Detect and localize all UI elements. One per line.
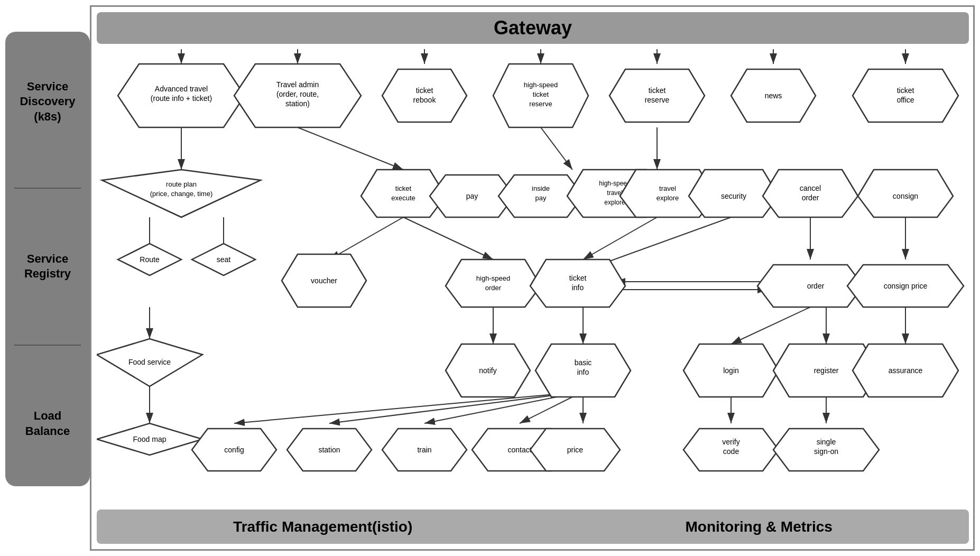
svg-text:sign-on: sign-on xyxy=(814,447,838,456)
svg-text:ticket: ticket xyxy=(649,86,666,95)
svg-marker-91 xyxy=(446,260,541,307)
voucher-node: voucher xyxy=(282,254,366,307)
svg-line-9 xyxy=(298,127,403,170)
svg-text:high-speed: high-speed xyxy=(524,81,558,89)
svg-text:ticket: ticket xyxy=(897,86,914,95)
svg-text:reserve: reserve xyxy=(645,96,670,104)
assurance-node: assurance xyxy=(853,344,958,397)
svg-text:reserve: reserve xyxy=(529,100,552,108)
cancel-order-node: cancel order xyxy=(763,170,858,217)
svg-text:travel: travel xyxy=(659,184,676,192)
left-sidebar: ServiceDiscovery(k8s) ServiceRegistry Lo… xyxy=(5,32,90,486)
svg-text:cancel: cancel xyxy=(800,184,821,192)
svg-text:code: code xyxy=(723,447,739,456)
svg-text:(order, route,: (order, route, xyxy=(276,90,319,98)
svg-line-26 xyxy=(731,307,810,344)
svg-text:order: order xyxy=(485,284,502,292)
food-map-node: Food map xyxy=(97,423,202,455)
svg-text:train: train xyxy=(417,446,431,454)
consign-price-node: consign price xyxy=(847,265,964,307)
svg-text:contact: contact xyxy=(507,446,531,454)
svg-line-12 xyxy=(329,217,403,260)
svg-line-16 xyxy=(541,127,572,170)
seat-node: seat xyxy=(192,244,255,275)
travel-admin-node: Travel admin (order, route, station) xyxy=(234,64,361,127)
svg-text:Route: Route xyxy=(140,255,160,264)
svg-text:station: station xyxy=(318,446,340,454)
config-node: config xyxy=(192,429,276,471)
svg-text:route plan: route plan xyxy=(166,180,197,188)
svg-text:(price, change, time): (price, change, time) xyxy=(150,190,213,198)
sidebar-divider-1 xyxy=(14,188,81,189)
load-balance-label: LoadBalance xyxy=(25,409,70,439)
login-node: login xyxy=(683,344,779,397)
svg-text:Travel admin: Travel admin xyxy=(276,80,319,89)
notify-node: notify xyxy=(446,344,530,397)
svg-text:seat: seat xyxy=(217,255,231,264)
route-plan-node: route plan (price, change, time) xyxy=(102,170,261,217)
svg-text:consign price: consign price xyxy=(884,282,928,290)
ticket-info-node: ticket info xyxy=(530,260,625,307)
svg-text:inside: inside xyxy=(532,184,550,192)
gateway-bar: Gateway xyxy=(97,12,969,44)
single-sign-on-node: single sign-on xyxy=(773,429,879,471)
advanced-travel-node: Advanced travel (route info + ticket) xyxy=(118,64,245,127)
svg-text:pay: pay xyxy=(535,194,547,202)
svg-text:voucher: voucher xyxy=(311,276,337,285)
sidebar-divider-2 xyxy=(14,345,81,346)
svg-text:basic: basic xyxy=(575,358,592,367)
svg-line-13 xyxy=(403,217,493,260)
svg-text:ticket: ticket xyxy=(395,184,412,192)
basic-info-node: basic info xyxy=(535,344,631,397)
svg-text:price: price xyxy=(567,446,584,454)
svg-text:Advanced travel: Advanced travel xyxy=(155,85,208,93)
svg-text:high-speed: high-speed xyxy=(476,274,510,282)
news-node: news xyxy=(731,69,816,122)
diagram-container: ServiceDiscovery(k8s) ServiceRegistry Lo… xyxy=(5,5,975,551)
svg-text:config: config xyxy=(224,446,244,454)
svg-text:consign: consign xyxy=(893,192,918,200)
svg-text:verify: verify xyxy=(722,438,739,446)
svg-text:explore: explore xyxy=(657,194,679,202)
gateway-label: Gateway xyxy=(494,17,572,39)
verify-code-node: verify code xyxy=(683,429,779,471)
svg-line-32 xyxy=(329,392,583,423)
svg-text:(route info + ticket): (route info + ticket) xyxy=(151,94,212,103)
consign-node: consign xyxy=(858,170,953,217)
svg-text:news: news xyxy=(765,91,782,100)
food-service-node: Food service xyxy=(97,339,202,386)
price-node: price xyxy=(530,429,620,471)
ticket-office-node: ticket office xyxy=(853,69,958,122)
svg-text:execute: execute xyxy=(391,194,415,202)
train-node: train xyxy=(382,429,467,471)
route-node: Route xyxy=(118,244,181,275)
svg-text:notify: notify xyxy=(479,366,496,375)
diagram-svg: Advanced travel (route info + ticket) Tr… xyxy=(97,49,979,556)
svg-text:info: info xyxy=(577,368,589,376)
svg-text:Food service: Food service xyxy=(128,358,171,366)
svg-text:ticket: ticket xyxy=(569,274,587,282)
svg-text:station): station) xyxy=(285,99,310,108)
high-speed-ticket-reserve-node: high-speed ticket reserve xyxy=(493,64,588,127)
svg-text:Food map: Food map xyxy=(133,435,166,443)
svg-text:security: security xyxy=(721,192,746,200)
svg-text:office: office xyxy=(896,96,914,104)
svg-text:pay: pay xyxy=(466,192,478,200)
main-area: Gateway Traffic Management(istio) Monito… xyxy=(90,5,975,551)
svg-text:single: single xyxy=(817,438,836,446)
svg-text:login: login xyxy=(723,366,739,375)
svg-line-18 xyxy=(583,217,657,260)
high-speed-order-node: high-speed order xyxy=(446,260,541,307)
svg-text:info: info xyxy=(572,283,584,292)
service-registry-label: ServiceRegistry xyxy=(24,252,71,282)
station-node: station xyxy=(287,429,372,471)
svg-text:register: register xyxy=(814,366,839,375)
ticket-rebook-node: ticket rebook xyxy=(382,69,467,122)
svg-text:order: order xyxy=(807,282,825,290)
svg-text:order: order xyxy=(802,193,819,202)
svg-text:ticket: ticket xyxy=(416,86,433,95)
svg-text:ticket: ticket xyxy=(533,90,549,98)
ticket-reserve-node: ticket reserve xyxy=(609,69,705,122)
svg-text:rebook: rebook xyxy=(413,96,437,104)
svg-line-31 xyxy=(234,392,583,423)
